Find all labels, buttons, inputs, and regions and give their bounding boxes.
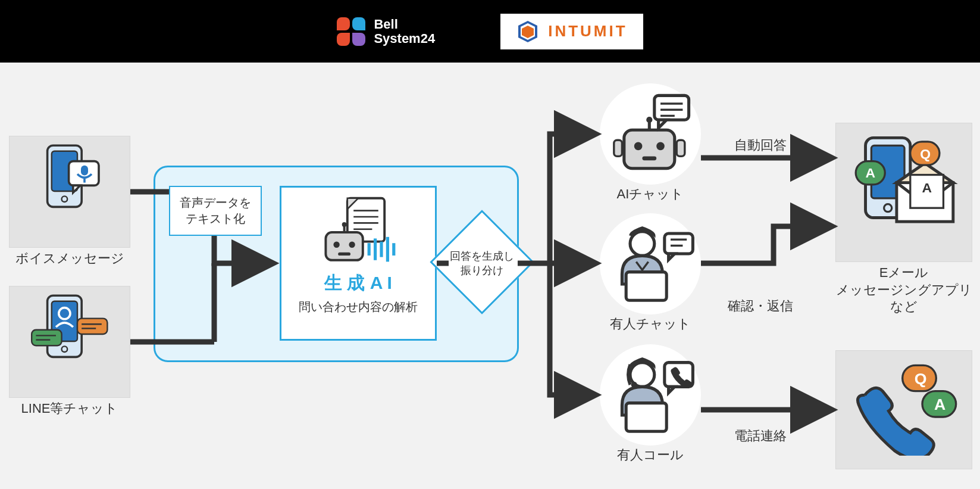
svg-point-28 — [349, 242, 355, 248]
confirm-reply-label: 確認・返信 — [725, 298, 796, 315]
svg-rect-14 — [77, 319, 107, 334]
svg-rect-51 — [626, 272, 666, 301]
svg-rect-44 — [677, 140, 685, 156]
email-messaging-icon: A Q A — [845, 128, 964, 235]
svg-text:Q: Q — [920, 146, 931, 161]
ai-chat-label: AIチャット — [600, 186, 701, 203]
svg-text:Q: Q — [915, 370, 927, 388]
gen-ai-subtitle: 問い合わせ内容の解析 — [281, 299, 435, 315]
gen-ai-icon — [311, 194, 406, 271]
chat-app-icon — [26, 291, 115, 363]
svg-text:A: A — [934, 395, 945, 413]
voice-to-text-box: 音声データを テキスト化 — [169, 186, 262, 236]
human-chat-icon — [600, 213, 701, 314]
svg-point-39 — [656, 142, 665, 151]
voice-input-block — [9, 136, 130, 248]
svg-point-42 — [646, 117, 652, 123]
header-bar: Bell System24 INTUMIT — [0, 0, 980, 63]
voice-input-label: ボイスメッセージ — [9, 250, 130, 267]
gen-ai-title: 生 成 A I — [281, 271, 435, 295]
svg-marker-46 — [659, 120, 667, 128]
email-output-block: A Q A — [835, 123, 972, 262]
svg-point-27 — [333, 242, 339, 248]
human-call-node — [600, 344, 701, 446]
bellsystem24-logo: Bell System24 — [337, 17, 435, 46]
human-call-label: 有人コール — [600, 447, 701, 464]
svg-text:A: A — [866, 165, 876, 180]
svg-marker-53 — [669, 254, 675, 260]
svg-point-38 — [634, 142, 643, 151]
svg-rect-58 — [626, 403, 666, 432]
svg-rect-37 — [624, 130, 675, 169]
bellsystem24-text: Bell System24 — [374, 17, 435, 45]
phone-output-block: Q A — [835, 350, 972, 469]
svg-rect-43 — [614, 140, 622, 156]
auto-reply-label: 自動回答 — [725, 137, 796, 154]
svg-rect-8 — [81, 166, 88, 176]
human-chat-label: 有人チャット — [600, 316, 701, 333]
human-call-icon — [600, 344, 701, 446]
gen-ai-box: 生 成 A I 問い合わせ内容の解析 — [280, 186, 437, 341]
voice-message-icon — [35, 141, 106, 213]
intumit-logo: INTUMIT — [500, 14, 643, 49]
svg-rect-17 — [32, 330, 61, 345]
ai-chat-icon — [600, 83, 701, 185]
svg-rect-29 — [338, 253, 350, 256]
svg-rect-52 — [665, 233, 693, 254]
router-label: 回答を生成し 振り分け — [437, 249, 527, 278]
svg-rect-40 — [642, 156, 656, 160]
svg-point-50 — [630, 232, 655, 256]
svg-rect-26 — [325, 232, 362, 260]
svg-point-31 — [342, 222, 347, 227]
email-output-label: Eメール メッセージングアプリ など — [835, 264, 972, 316]
bellsystem24-mark-icon — [337, 17, 365, 46]
line-input-label: LINE等チャット — [9, 400, 130, 418]
line-input-block — [9, 286, 130, 398]
phone-contact-label: 電話連絡 — [725, 428, 796, 445]
svg-text:A: A — [922, 180, 932, 195]
svg-marker-60 — [669, 387, 675, 393]
intumit-text: INTUMIT — [548, 22, 627, 41]
ai-chat-node — [600, 83, 701, 185]
human-chat-node — [600, 213, 701, 314]
phone-qa-icon: Q A — [845, 354, 964, 456]
intumit-mark-icon — [516, 20, 540, 43]
